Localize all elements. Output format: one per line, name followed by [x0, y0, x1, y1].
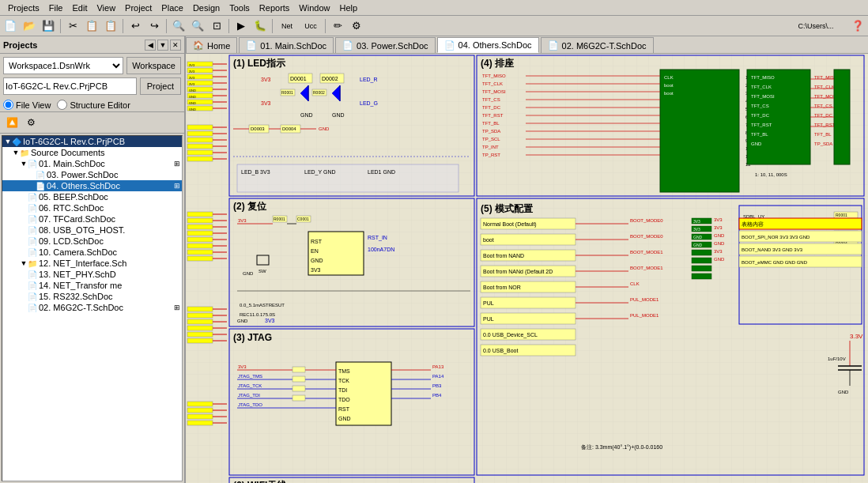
panel-tool-expand[interactable]: 🔼 [3, 114, 21, 131]
menu-reports[interactable]: Reports [255, 2, 295, 14]
tree-root[interactable]: ▼ 🔷 IoT-6G2C-L Rev.C.PrjPCB [2, 136, 182, 147]
svg-text:TFT_CLK: TFT_CLK [482, 81, 503, 86]
svg-rect-282 [692, 250, 711, 255]
toolbar-new[interactable]: 📄 [2, 17, 19, 35]
tree-file-beep[interactable]: 📄 05. BEEP.SchDoc [2, 191, 182, 202]
svg-text:3V3: 3V3 [238, 218, 247, 223]
svg-text:BOOT_MODE1: BOOT_MODE1 [630, 250, 663, 255]
tree-file-net[interactable]: ▼ 📁 12. NET_Interface.Sch [2, 258, 182, 269]
menu-edit[interactable]: Edit [67, 2, 92, 14]
svg-rect-220 [834, 70, 850, 164]
menu-project[interactable]: Project [120, 2, 157, 14]
svg-text:表格内容: 表格内容 [742, 221, 764, 227]
tree-file-camera[interactable]: 📄 10. Camera.SchDoc [2, 247, 182, 258]
tree-file-m6g2c[interactable]: 📄 02. M6G2C-T.SchDoc ⊞ [2, 302, 182, 313]
svg-text:PUL_MODE1: PUL_MODE1 [630, 297, 659, 302]
toolbar-help-icon[interactable]: ❓ [849, 17, 866, 35]
tab-m6g2c[interactable]: 📄 02. M6G2C-T.SchDoc [541, 37, 654, 53]
menu-file[interactable]: File [44, 2, 68, 14]
project-button[interactable]: Project [140, 77, 181, 95]
tree-file-others[interactable]: 📄 04. Others.SchDoc ⊞ [2, 180, 182, 191]
tree-file-tfcard[interactable]: 📄 07. TFCard.SchDoc [2, 213, 182, 225]
toolbar-sep6 [325, 19, 326, 33]
menu-help[interactable]: Help [334, 2, 362, 14]
svg-text:3V3: 3V3 [714, 225, 723, 230]
tab-home[interactable]: 🏠 Home [186, 37, 237, 53]
menu-window[interactable]: Window [294, 2, 334, 14]
toolbar-misc[interactable]: ⚙ [348, 17, 365, 35]
tab-main[interactable]: 📄 01. Main.SchDoc [239, 37, 334, 53]
toolbar-debug[interactable]: 🐛 [251, 17, 269, 35]
toolbar-fit[interactable]: ⊡ [208, 17, 225, 35]
file-view-radio[interactable]: File View [3, 100, 51, 110]
toolbar-redo[interactable]: ↪ [145, 17, 163, 35]
svg-rect-38 [187, 218, 213, 223]
svg-rect-25 [187, 125, 213, 130]
toolbar-settings[interactable]: C:\Users\... [784, 17, 847, 35]
tree-file-power[interactable]: 📄 03. Power.SchDoc [2, 169, 182, 180]
tree-file-rtc[interactable]: 📄 06. RTC.SchDoc [2, 202, 182, 213]
panel-back-btn[interactable]: ◀ [145, 40, 156, 51]
tree-file-rs232[interactable]: 📄 15. RS232.SchDoc [2, 291, 182, 302]
project-input[interactable] [3, 77, 137, 95]
tab-main-icon: 📄 [246, 40, 257, 51]
toolbar-net[interactable]: Net [276, 17, 298, 35]
menu-projects[interactable]: Projects [3, 2, 44, 14]
svg-text:LED_R: LED_R [360, 77, 378, 83]
tab-others[interactable]: 📄 04. Others.SchDoc [437, 37, 539, 53]
doc-icon-beep: 📄 [28, 193, 37, 202]
svg-text:RST_IN: RST_IN [368, 235, 387, 241]
svg-text:0.0 USB_Boot: 0.0 USB_Boot [483, 348, 518, 354]
svg-rect-159 [292, 376, 305, 382]
menu-tools[interactable]: Tools [225, 2, 255, 14]
toolbar-compile[interactable]: ▶ [232, 17, 250, 35]
workspace-button[interactable]: Workspace [126, 57, 181, 74]
tree-file-usb[interactable]: 📄 08. USB_OTG_HOST. [2, 225, 182, 236]
svg-text:LED_B  3V3: LED_B 3V3 [241, 169, 270, 175]
svg-text:(2) 复位: (2) 复位 [233, 201, 267, 212]
svg-text:PB4: PB4 [432, 393, 442, 398]
svg-text:(5) 模式配置: (5) 模式配置 [481, 203, 534, 214]
svg-text:GND: GND [693, 235, 703, 240]
file-tfcard-label: 07. TFCard.SchDoc [39, 214, 115, 224]
svg-text:BOOT_MODE1: BOOT_MODE1 [630, 266, 663, 270]
menu-design[interactable]: Design [188, 2, 225, 14]
schematic-canvas[interactable]: 3V3 3V3 3V3 3V3 GND GND GND GND [186, 54, 868, 483]
svg-rect-28 [187, 144, 213, 149]
workspace-dropdown[interactable]: Workspace1.DsnWrk [3, 57, 123, 74]
folder-icon: 📁 [20, 149, 29, 157]
tree-source-docs[interactable]: ▼ 📁 Source Documents [2, 147, 182, 158]
svg-text:TP_SDA: TP_SDA [482, 129, 500, 134]
svg-text:D0002: D0002 [322, 76, 338, 81]
svg-text:3V3: 3V3 [189, 82, 195, 86]
panel-menu-btn[interactable]: ▼ [157, 40, 168, 51]
tab-power[interactable]: 📄 03. Power.SchDoc [335, 37, 436, 53]
toolbar-undo[interactable]: ↩ [126, 17, 144, 35]
svg-rect-55 [187, 319, 213, 324]
file-tree[interactable]: ▼ 🔷 IoT-6G2C-L Rev.C.PrjPCB ▼ 📁 Source D… [2, 135, 183, 481]
panel-close-btn[interactable]: ✕ [170, 40, 181, 51]
toolbar-cut[interactable]: ✂ [64, 17, 81, 35]
panel-tool-options[interactable]: ⚙ [22, 114, 40, 131]
menu-view[interactable]: View [92, 2, 120, 14]
menu-place[interactable]: Place [157, 2, 188, 14]
toolbar-copy[interactable]: 📋 [83, 17, 100, 35]
toolbar-pen[interactable]: ✏ [329, 17, 346, 35]
toolbar-save[interactable]: 💾 [40, 17, 57, 35]
tree-file-netphy[interactable]: 📄 13. NET_PHY.SchD [2, 269, 182, 280]
doc-icon-rtc: 📄 [28, 204, 37, 213]
toolbar-open[interactable]: 📂 [21, 17, 38, 35]
svg-text:R0001: R0001 [281, 90, 293, 95]
file-main-label: 01. Main.SchDoc [39, 159, 105, 168]
structure-editor-radio[interactable]: Structure Editor [57, 100, 130, 110]
toolbar-zoom-out[interactable]: 🔍 [189, 17, 206, 35]
svg-text:BOOT_MODE0: BOOT_MODE0 [630, 234, 663, 239]
svg-text:3V3: 3V3 [261, 100, 271, 106]
toolbar-paste[interactable]: 📋 [102, 17, 119, 35]
tree-file-nettrans[interactable]: 📄 14. NET_Transfor me [2, 280, 182, 291]
toolbar-ucc[interactable]: Ucc [300, 17, 322, 35]
toolbar-zoom-in[interactable]: 🔍 [170, 17, 187, 35]
svg-text:GND: GND [838, 390, 849, 394]
tree-file-main[interactable]: ▼ 📄 01. Main.SchDoc ⊞ [2, 158, 182, 169]
tree-file-lcd[interactable]: 📄 09. LCD.SchDoc [2, 236, 182, 247]
